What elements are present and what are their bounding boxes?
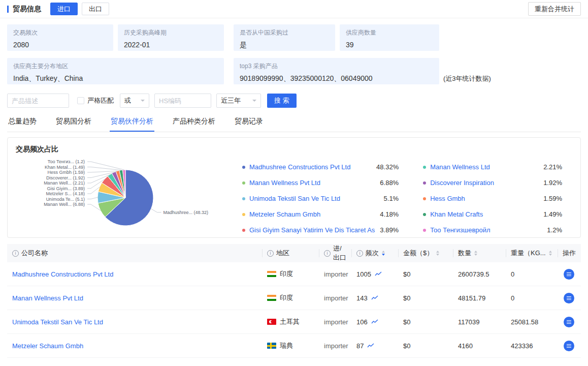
pie-label-line [87, 167, 121, 170]
table-row[interactable]: Madhushree Constructions Pvt Ltd 印度 impo… [7, 262, 581, 286]
tab-trade-partner[interactable]: 贸易伙伴分析 [110, 115, 154, 132]
table-row[interactable]: Metzeler Schaum Gmbh 瑞典 importer 87 $0 4… [7, 334, 581, 358]
sort-control-weight[interactable] [549, 249, 552, 257]
pie-label: Gisi Giyim... (3.89) [47, 186, 85, 191]
export-toggle-button[interactable]: 出口 [82, 3, 109, 15]
stat-label: 供应商主要分布地区 [13, 62, 218, 71]
stat-value: 2080 [13, 41, 107, 49]
date-range-select[interactable]: 近三年 [216, 94, 261, 108]
menu-icon [567, 296, 571, 300]
row-actions-button[interactable] [564, 317, 574, 327]
company-link[interactable]: Unimoda Tekstil San Ve Tic Ltd [12, 318, 103, 326]
trend-chart-icon[interactable] [367, 343, 374, 348]
trend-chart-icon[interactable] [371, 319, 378, 324]
trend-chart-icon[interactable] [371, 295, 378, 300]
legend-company-link[interactable]: Metzeler Schaum Gmbh [249, 210, 375, 218]
row-actions-button[interactable] [564, 341, 574, 351]
legend-percent: 1.2% [547, 226, 562, 234]
legend-item: Madhushree Constructions Pvt Ltd 48.32% [242, 159, 399, 175]
strict-match-checkbox[interactable] [77, 97, 84, 104]
info-icon[interactable] [12, 250, 19, 257]
sort-desc-icon [382, 254, 385, 257]
menu-icon [567, 344, 571, 348]
sort-desc-icon [549, 254, 552, 257]
legend-company-link[interactable]: Unimoda Tekstil San Ve Tic Ltd [249, 195, 379, 202]
pie-chart-svg: Madhushree... (48.32)Тоо Тенгиз... (1.2)… [8, 155, 242, 236]
tab-product-category[interactable]: 产品种类分析 [172, 115, 216, 132]
col-header-company[interactable]: 公司名称 [7, 244, 262, 262]
company-link[interactable]: Madhushree Constructions Pvt Ltd [12, 270, 113, 278]
legend-company-link[interactable]: Gisi Giyim Sanayi Yatirim Ve Dis Ticaret… [249, 226, 375, 234]
col-header-label: 数量 [458, 249, 471, 258]
import-toggle-button[interactable]: 进口 [50, 3, 78, 15]
remerge-stats-button[interactable]: 重新合并统计 [528, 2, 581, 16]
quantity-value: 4160 [453, 342, 506, 350]
sort-desc-icon [474, 254, 477, 257]
stat-label: 供应商数量 [346, 28, 433, 37]
legend-company-link[interactable]: Тоо Тенгизшевройл [430, 226, 542, 234]
legend-dot [423, 213, 426, 216]
tab-total-trend[interactable]: 总量趋势 [7, 115, 38, 132]
amount-value: $0 [398, 294, 453, 302]
pie-label: Тоо Тенгиз... (1.2) [48, 159, 85, 164]
frequency-value: 87 [356, 342, 364, 350]
product-desc-input[interactable] [7, 94, 69, 108]
col-header-amount[interactable]: 金额（$） [398, 244, 453, 262]
company-link[interactable]: Manan Wellness Pvt Ltd [12, 294, 83, 302]
col-header-weight[interactable]: 重量（KG... [506, 244, 558, 262]
col-header-region[interactable]: 地区 [262, 244, 319, 262]
stat-card-supplier-count: 供应商数量 39 [340, 24, 439, 51]
info-icon[interactable] [324, 250, 331, 257]
legend-company-link[interactable]: Manan Wellness Ltd [430, 163, 538, 171]
amount-value: $0 [398, 342, 453, 350]
logic-select[interactable]: 或 [120, 94, 149, 108]
sort-control-frequency[interactable] [382, 249, 385, 257]
search-button[interactable]: 搜 索 [267, 94, 297, 108]
legend-percent: 1.92% [543, 179, 562, 187]
info-icon[interactable] [267, 250, 274, 257]
col-header-direction[interactable]: 进/出口 [319, 244, 351, 262]
legend-company-link[interactable]: Khan Metal Crafts [430, 210, 538, 218]
col-header-quantity[interactable]: 数量 [453, 244, 506, 262]
col-header-frequency[interactable]: 频次 [351, 244, 398, 262]
info-icon[interactable] [356, 250, 363, 257]
topbar: 贸易信息 进口 出口 重新合并统计 [0, 0, 588, 18]
col-header-label: 地区 [276, 249, 289, 258]
chevron-down-icon [141, 100, 145, 104]
pie-label: Manan Well... (2.21) [44, 180, 85, 186]
sort-control-quantity[interactable] [474, 249, 477, 257]
quantity-value: 48151.79 [453, 294, 506, 302]
row-actions-button[interactable] [564, 269, 574, 280]
weight-value: 25081.58 [506, 318, 558, 326]
trend-chart-icon[interactable] [375, 271, 382, 277]
stat-card-china-purchase: 是否从中国采购过 是 [234, 24, 335, 51]
tab-trade-records[interactable]: 贸易记录 [234, 115, 264, 132]
legend-dot [423, 166, 426, 169]
country-flag-icon [267, 343, 276, 349]
pie-label-line [87, 171, 118, 172]
region-label: 印度 [280, 293, 293, 302]
table-row[interactable]: Unimoda Tekstil San Ve Tic Ltd 土耳其 impor… [7, 310, 581, 334]
table-row[interactable]: Manan Wellness Pvt Ltd 印度 importer 143 $… [7, 286, 581, 310]
legend-company-link[interactable]: Discoverer Inspiration [430, 179, 538, 187]
pie-chart: Madhushree... (48.32)Тоо Тенгиз... (1.2)… [8, 155, 242, 238]
country-flag-icon [267, 295, 276, 301]
company-link[interactable]: Metzeler Schaum Gmbh [12, 342, 83, 350]
row-actions-button[interactable] [564, 293, 574, 303]
col-header-label: 进/出口 [333, 244, 346, 262]
legend-item: Gisi Giyim Sanayi Yatirim Ve Dis Ticaret… [242, 222, 399, 238]
legend-company-link[interactable]: Hess Gmbh [430, 195, 538, 202]
stat-value: 2022-01 [124, 41, 218, 49]
hs-code-input[interactable] [154, 94, 211, 108]
legend-percent: 2.21% [543, 163, 562, 171]
sort-desc-icon [436, 254, 439, 257]
analysis-tabs: 总量趋势 贸易国分析 贸易伙伴分析 产品种类分析 贸易记录 [7, 115, 581, 132]
sort-control-amount[interactable] [436, 249, 439, 257]
legend-company-link[interactable]: Madhushree Constructions Pvt Ltd [249, 163, 371, 171]
chevron-down-icon [252, 100, 256, 104]
strict-match-label: 严格匹配 [87, 96, 114, 105]
tab-trade-country[interactable]: 贸易国分析 [55, 115, 92, 132]
sort-asc-icon [382, 249, 385, 253]
page-title: 贸易信息 [13, 5, 41, 14]
legend-company-link[interactable]: Manan Wellness Pvt Ltd [249, 179, 375, 187]
